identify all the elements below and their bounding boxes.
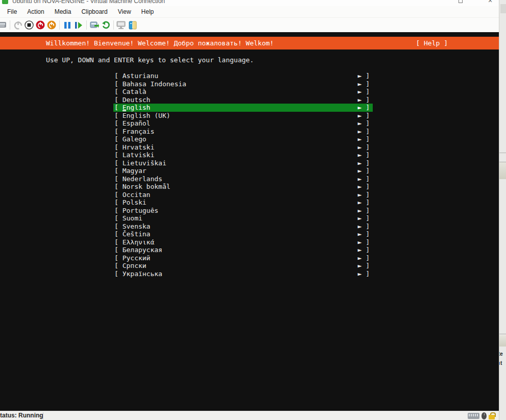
close-button[interactable]: ✕ — [487, 0, 494, 4]
language-option[interactable]: [ Français► ] — [113, 128, 373, 136]
keyboard-icon — [468, 413, 479, 419]
language-option[interactable]: [ Nederlands► ] — [113, 175, 373, 183]
checkpoint-icon[interactable] — [89, 19, 100, 31]
start-icon[interactable] — [12, 19, 23, 31]
language-option[interactable]: [ Српски► ] — [113, 262, 373, 270]
language-option[interactable]: [ Suomi► ] — [113, 214, 373, 223]
toolbar-separator — [59, 20, 60, 30]
language-option[interactable]: [ Hrvatski► ] — [113, 143, 373, 152]
menu-help[interactable]: Help — [136, 7, 159, 16]
shut-down-icon[interactable] — [35, 19, 46, 31]
language-option[interactable]: [ Беларуская► ] — [113, 246, 373, 254]
installer-header-banner: Willkommen! Bienvenue! Welcome! Добро по… — [0, 37, 499, 50]
language-option[interactable]: [ Polski► ] — [113, 199, 373, 207]
background-text-fragment: te — [499, 351, 503, 357]
language-option[interactable]: [ Español► ] — [113, 119, 373, 128]
language-option[interactable]: [ Українська► ] — [113, 270, 373, 278]
language-option[interactable]: [ English (UK)► ] — [113, 112, 373, 120]
help-button[interactable]: [ Help ] — [416, 39, 448, 47]
window-title: Ubuntu on NOVA-ENGINE - Virtual Machine … — [12, 0, 165, 5]
menu-action[interactable]: Action — [22, 7, 49, 16]
menu-media[interactable]: Media — [50, 7, 77, 16]
language-option[interactable]: [ Magyar► ] — [113, 167, 373, 175]
language-option[interactable]: [ Português► ] — [113, 207, 373, 215]
enhanced-session-icon[interactable] — [116, 19, 127, 31]
statusbar-tray — [468, 412, 495, 419]
menu-file[interactable]: File — [2, 7, 22, 16]
ctrl-alt-del-icon[interactable] — [0, 19, 8, 31]
reset-icon[interactable] — [73, 19, 84, 31]
lock-icon — [489, 412, 495, 419]
language-option[interactable]: [ Bahasa Indonesia► ] — [113, 80, 373, 88]
language-option[interactable]: [ Norsk bokmål► ] — [113, 183, 373, 191]
language-option[interactable]: [ Ελληνικά► ] — [113, 238, 373, 246]
language-option[interactable]: [ Русский► ] — [113, 254, 373, 262]
background-text-fragment: t — [499, 360, 502, 366]
vm-app-icon — [2, 0, 8, 4]
toolbar-separator — [113, 20, 114, 30]
revert-icon[interactable] — [100, 19, 111, 31]
language-option[interactable]: [ Svenska► ] — [113, 223, 373, 231]
instruction-text: Use UP, DOWN and ENTER keys to select yo… — [46, 56, 254, 64]
language-option[interactable]: [ Occitan► ] — [113, 191, 373, 199]
toolbar-separator — [86, 20, 87, 30]
language-option[interactable]: [ Lietuviškai► ] — [113, 159, 373, 167]
share-icon[interactable] — [127, 19, 138, 31]
statusbar: Status: Running — [0, 411, 499, 420]
save-icon[interactable] — [46, 19, 57, 31]
turn-off-icon[interactable] — [23, 19, 35, 31]
menu-clipboard[interactable]: Clipboard — [76, 7, 112, 16]
language-option[interactable]: [ Čeština► ] — [113, 230, 373, 238]
language-option[interactable]: [ Asturianu► ] — [113, 72, 373, 80]
vm-console-screen: Willkommen! Bienvenue! Welcome! Добро по… — [0, 32, 499, 411]
titlebar: Ubuntu on NOVA-ENGINE - Virtual Machine … — [0, 0, 506, 6]
language-list: [ Asturianu► ][ Bahasa Indonesia► ][ Cat… — [113, 72, 373, 278]
vm-connection-window: Ubuntu on NOVA-ENGINE - Virtual Machine … — [0, 0, 506, 420]
toolbar — [0, 18, 506, 32]
menu-view[interactable]: View — [113, 7, 136, 16]
statusbar-separator — [43, 412, 43, 419]
mouse-icon — [481, 412, 487, 419]
menubar: File Action Media Clipboard View Help — [0, 6, 506, 18]
language-option[interactable]: [ Galego► ] — [113, 135, 373, 143]
language-option[interactable]: [ Latviski► ] — [113, 151, 373, 159]
pause-icon[interactable] — [62, 19, 73, 31]
language-option[interactable]: [ Català► ] — [113, 88, 373, 96]
language-option[interactable]: [ Deutsch► ] — [113, 96, 373, 104]
vm-status-text: Status: Running — [0, 412, 43, 419]
maximize-button[interactable] — [457, 0, 464, 4]
language-option[interactable]: [ English► ] — [113, 104, 373, 112]
background-window-edge: te t — [499, 0, 506, 420]
toolbar-separator — [10, 20, 10, 30]
welcome-text: Willkommen! Bienvenue! Welcome! Добро по… — [46, 39, 274, 47]
